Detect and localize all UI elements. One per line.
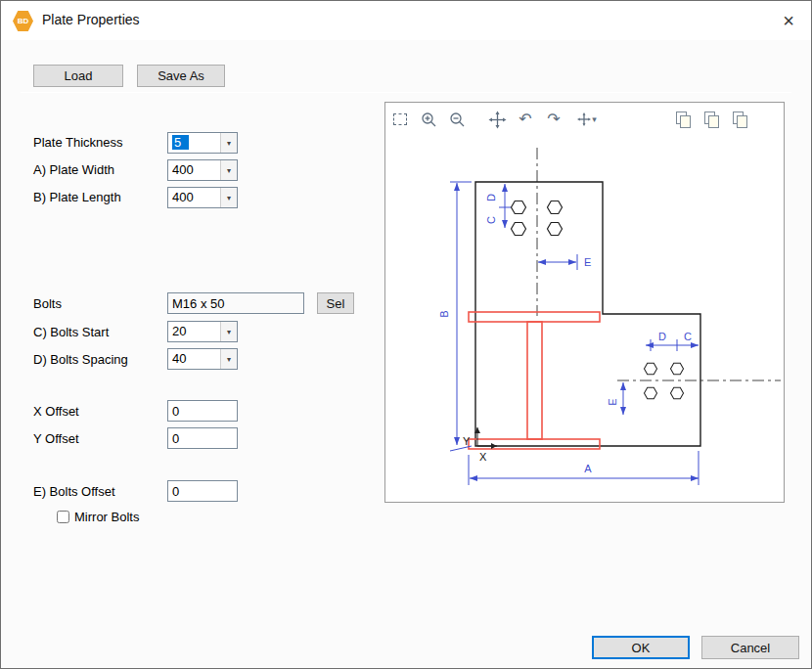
ok-button[interactable]: OK bbox=[592, 636, 690, 659]
mirror-bolts-checkbox-box[interactable] bbox=[57, 511, 69, 523]
bolts-offset-label: E) Bolts Offset bbox=[33, 484, 115, 499]
close-button[interactable]: × bbox=[766, 1, 811, 40]
x-offset-input[interactable] bbox=[167, 400, 238, 422]
cancel-button[interactable]: Cancel bbox=[701, 636, 799, 659]
dim-label-d-top: D bbox=[485, 194, 497, 201]
zoom-window-rect bbox=[393, 113, 407, 125]
load-button[interactable]: Load bbox=[33, 65, 123, 87]
title-bar: BD Plate Properties × bbox=[1, 1, 811, 40]
plate-length-select[interactable]: 400 ▾ bbox=[167, 187, 238, 208]
bolts-offset-input[interactable] bbox=[167, 480, 238, 502]
zoom-in-icon[interactable] bbox=[419, 110, 438, 129]
paste-icon[interactable] bbox=[730, 110, 749, 129]
zoom-window-icon[interactable] bbox=[390, 110, 410, 129]
dimension-labels: A B D C E D C E bbox=[438, 194, 692, 474]
close-icon: × bbox=[783, 10, 794, 32]
copy-pages-glyph bbox=[703, 112, 719, 128]
drawing-preview-panel: A B D C E D C E Y X bbox=[384, 102, 785, 503]
chevron-down-icon[interactable]: ▾ bbox=[220, 349, 237, 369]
bolts-spacing-select[interactable]: 40 ▾ bbox=[167, 348, 238, 370]
plate-thickness-select[interactable]: 5 ▾ bbox=[167, 132, 238, 154]
bolts-spacing-label: D) Bolts Spacing bbox=[33, 352, 128, 367]
app-icon-text: BD bbox=[18, 17, 29, 25]
paste-pages-glyph bbox=[732, 112, 747, 128]
plate-width-value: 400 bbox=[172, 162, 194, 177]
rotate-cw-icon[interactable]: ↷ bbox=[544, 110, 564, 129]
dim-label-c-top: C bbox=[485, 216, 497, 224]
y-offset-input[interactable] bbox=[167, 427, 238, 449]
plate-thickness-label: Plate Thickness bbox=[33, 135, 123, 150]
chevron-down-icon[interactable]: ▾ bbox=[220, 160, 237, 180]
plate-width-select[interactable]: 400 ▾ bbox=[167, 159, 238, 181]
chevron-down-icon[interactable]: ▾ bbox=[592, 114, 597, 124]
zoom-out-icon[interactable] bbox=[447, 110, 467, 129]
dim-label-d-right: D bbox=[658, 331, 666, 342]
window-title: Plate Properties bbox=[42, 12, 140, 27]
x-offset-label: X Offset bbox=[33, 404, 79, 419]
dim-label-b: B bbox=[438, 310, 450, 317]
bolts-label: Bolts bbox=[33, 296, 62, 311]
plate-length-value: 400 bbox=[172, 190, 194, 204]
app-icon: BD bbox=[13, 11, 33, 31]
save-as-button[interactable]: Save As bbox=[137, 65, 225, 87]
beam-section bbox=[469, 312, 600, 449]
dim-label-a: A bbox=[584, 463, 592, 474]
bolts-spacing-value: 40 bbox=[172, 351, 186, 366]
plate-length-label: B) Plate Length bbox=[33, 190, 121, 204]
plate-properties-dialog: BD Plate Properties × Load Save As Plate… bbox=[0, 0, 812, 669]
bolts-start-value: 20 bbox=[172, 324, 186, 338]
plate-thickness-value: 5 bbox=[172, 135, 189, 150]
axis-marker: Y X bbox=[463, 427, 497, 463]
dim-label-e-right: E bbox=[607, 398, 618, 405]
chevron-down-icon[interactable]: ▾ bbox=[220, 133, 237, 153]
copy-icon[interactable] bbox=[673, 110, 693, 129]
y-offset-label: Y Offset bbox=[33, 431, 79, 446]
chevron-down-icon[interactable]: ▾ bbox=[220, 188, 237, 207]
plate-drawing: A B D C E D C E Y X bbox=[385, 103, 784, 502]
copy-alt-icon[interactable] bbox=[701, 110, 721, 129]
bolts-input[interactable] bbox=[167, 292, 304, 314]
axis-label-x: X bbox=[479, 451, 487, 463]
chevron-down-icon[interactable]: ▾ bbox=[220, 322, 237, 341]
center-view-icon[interactable]: ▾ bbox=[572, 110, 602, 129]
dim-label-c-right: C bbox=[684, 331, 692, 342]
separator-line bbox=[21, 92, 791, 93]
bolts-start-label: C) Bolts Start bbox=[33, 325, 109, 339]
dim-label-e-top: E bbox=[584, 256, 591, 268]
mirror-bolts-checkbox[interactable]: Mirror Bolts bbox=[57, 510, 139, 524]
plate-outline bbox=[475, 182, 700, 446]
axis-label-y: Y bbox=[463, 435, 471, 447]
bolts-start-select[interactable]: 20 ▾ bbox=[167, 321, 238, 342]
plate-width-label: A) Plate Width bbox=[33, 162, 114, 177]
preview-toolbar: ↶ ↷ ▾ bbox=[390, 109, 749, 130]
copy-pages-glyph bbox=[675, 112, 691, 128]
rotate-ccw-icon[interactable]: ↶ bbox=[516, 110, 535, 129]
mirror-bolts-label: Mirror Bolts bbox=[74, 510, 139, 524]
bolts-select-button[interactable]: Sel bbox=[317, 292, 354, 314]
pan-icon[interactable] bbox=[487, 110, 507, 129]
